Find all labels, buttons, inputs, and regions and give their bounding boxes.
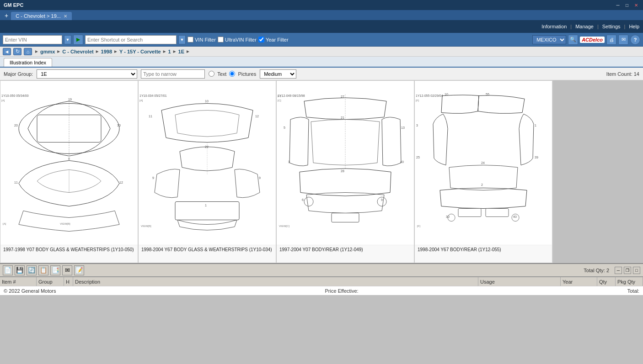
view-mode-group: Text Pictures — [209, 71, 256, 77]
breadcrumb-chevrolet[interactable]: C - Chevrolet — [62, 49, 93, 54]
header-usage-label: Usage — [480, 279, 495, 285]
titlebar: GM EPC ─ □ ✕ — [0, 0, 643, 10]
tab-add-button[interactable]: + — [2, 11, 11, 20]
footer-price-label: Price Effective: — [325, 288, 359, 294]
svg-text:9: 9 — [259, 176, 261, 179]
btm-save-icon[interactable]: 💾 — [15, 265, 25, 275]
narrow-input[interactable] — [141, 69, 205, 79]
btm-refresh-icon[interactable]: 🔄 — [27, 265, 37, 275]
svg-text:28: 28 — [341, 169, 344, 173]
email-toolbar-icon[interactable]: ✉ — [618, 35, 628, 45]
btm-new-icon[interactable]: 📄 — [3, 265, 13, 275]
svg-text:55: 55 — [486, 93, 489, 96]
svg-text:25: 25 — [416, 156, 420, 159]
minimize-button[interactable]: ─ — [615, 2, 621, 8]
vin-go-icon[interactable]: ▶ — [73, 35, 83, 45]
btm-email-icon[interactable]: ✉ — [62, 265, 72, 275]
btm-copy-icon[interactable]: 📑 — [50, 265, 60, 275]
illustration-card-1[interactable]: 1Y10-050 05/34/00 [A] 20 30 19 11 12 — [0, 80, 138, 263]
svg-text:27: 27 — [341, 95, 344, 98]
vin-filter-checkbox[interactable] — [188, 37, 193, 42]
svg-text:1Y10-050 05/34/00: 1Y10-050 05/34/00 — [1, 94, 29, 97]
close-button[interactable]: ✕ — [633, 2, 639, 8]
ultravin-filter-label: UltraVIN Filter — [218, 37, 257, 42]
breadcrumb: ◄ ↻ ⌂ ► gmmx ► C - Chevrolet ► 1998 ► Y … — [0, 47, 643, 57]
footer-price: Price Effective: — [325, 288, 359, 294]
tab-close-icon[interactable]: ✕ — [64, 14, 67, 19]
svg-rect-47 — [486, 209, 509, 217]
breadcrumb-1e[interactable]: 1E — [178, 49, 184, 54]
svg-text:12: 12 — [255, 115, 259, 118]
breadcrumb-year[interactable]: 1998 — [101, 49, 112, 54]
svg-text:[A]: [A] — [139, 99, 143, 102]
header-qty: Qty — [597, 277, 616, 286]
region-select[interactable]: MEXICO — [532, 35, 566, 44]
svg-text:VIEW[B]: VIEW[B] — [60, 222, 70, 225]
help-toolbar-icon[interactable]: ? — [630, 35, 640, 45]
item-count: Item Count: 14 — [606, 71, 639, 77]
win-minimize-btn[interactable]: ─ — [615, 267, 622, 274]
svg-text:2: 2 — [481, 183, 483, 186]
car-sketch-1: 1Y10-050 05/34/00 [A] 20 30 19 11 12 — [0, 81, 138, 245]
illustration-card-3[interactable]: 1Y12-049 08/15/98 [C] — [276, 80, 414, 263]
illustration-caption-1: 1997-1998 Y07 BODY GLASS & WEATHERSTRIPS… — [0, 245, 138, 263]
header-desc-label: Description — [75, 279, 100, 285]
svg-text:30: 30 — [117, 124, 121, 127]
major-group-select[interactable]: 1E — [37, 69, 137, 79]
breadcrumb-gmmx[interactable]: gmmx — [40, 49, 55, 54]
menu-sep3: | — [624, 24, 626, 29]
svg-text:[F]: [F] — [417, 225, 420, 227]
btm-clipboard-icon[interactable]: 📋 — [38, 265, 48, 275]
svg-text:[C]: [C] — [278, 95, 281, 97]
print-icon[interactable]: 🖨 — [606, 35, 616, 45]
breadcrumb-1[interactable]: 1 — [168, 49, 171, 54]
svg-text:9: 9 — [152, 176, 154, 179]
window-controls: ─ □ ✕ — [615, 2, 639, 8]
menu-help[interactable]: Help — [629, 24, 639, 29]
year-filter-checkbox[interactable] — [258, 37, 264, 42]
pictures-radio[interactable] — [229, 71, 235, 77]
btm-notes-icon[interactable]: 📝 — [74, 265, 84, 275]
svg-rect-32 — [332, 213, 359, 222]
tabbar: + C - Chevrolet > 19... ✕ — [0, 10, 643, 20]
home-button[interactable]: ⌂ — [24, 48, 32, 55]
illustration-card-2[interactable]: 1Y10-034 05/27/01 [A] 10 11 — [138, 80, 276, 263]
menu-manage[interactable]: Manage — [575, 24, 594, 29]
menu-sep2: | — [597, 24, 599, 29]
svg-text:10: 10 — [205, 100, 209, 103]
filterbar: Major Group: 1E Text Pictures Medium Sma… — [0, 68, 643, 80]
header-item-label: Item # — [2, 279, 16, 285]
vin-input[interactable] — [3, 35, 62, 44]
car-sketch-2: 1Y10-034 05/27/01 [A] 10 11 — [139, 81, 276, 245]
svg-text:10: 10 — [445, 93, 448, 96]
vin-dropdown-arrow[interactable]: ▼ — [64, 35, 71, 44]
acdelco-logo: ACDelco — [580, 37, 605, 43]
win-restore-btn[interactable]: ❐ — [624, 267, 631, 274]
item-count-value: 14 — [634, 71, 639, 77]
car-sketch-3: 1Y12-049 08/15/98 [C] — [277, 81, 414, 245]
search-dropdown-arrow[interactable]: ▼ — [178, 35, 186, 44]
breadcrumb-arrow-5: ► — [172, 49, 177, 54]
search-icon[interactable]: 🔍 — [568, 35, 578, 45]
size-select[interactable]: Medium Small Large — [260, 69, 296, 79]
menu-settings[interactable]: Settings — [602, 24, 621, 29]
svg-text:20: 20 — [14, 124, 18, 127]
menu-information[interactable]: Information — [541, 24, 567, 29]
parts-table-header: Item # Group H Description Usage Year Qt… — [0, 277, 643, 286]
refresh-button[interactable]: ↻ — [13, 48, 21, 55]
back-button[interactable]: ◄ — [3, 48, 11, 55]
search-input[interactable] — [85, 35, 177, 44]
svg-text:8: 8 — [68, 157, 70, 160]
svg-point-30 — [304, 197, 313, 206]
illustration-index-button[interactable]: Illustration Index — [4, 58, 52, 67]
text-radio[interactable] — [209, 71, 214, 77]
illustration-index-tab-bar: Illustration Index — [0, 57, 643, 68]
tab-chevrolet[interactable]: C - Chevrolet > 19... ✕ — [11, 12, 72, 20]
header-group: Group — [37, 277, 64, 286]
win-maximize-btn[interactable]: □ — [633, 267, 640, 274]
illustration-image-2: 1Y10-034 05/27/01 [A] 10 11 — [139, 81, 276, 245]
ultravin-filter-checkbox[interactable] — [218, 37, 224, 42]
maximize-button[interactable]: □ — [624, 2, 630, 8]
breadcrumb-model[interactable]: Y - 15Y - Corvette — [119, 49, 161, 54]
illustration-card-4[interactable]: 1Y12-055 02/29/04 [F] — [414, 80, 552, 263]
